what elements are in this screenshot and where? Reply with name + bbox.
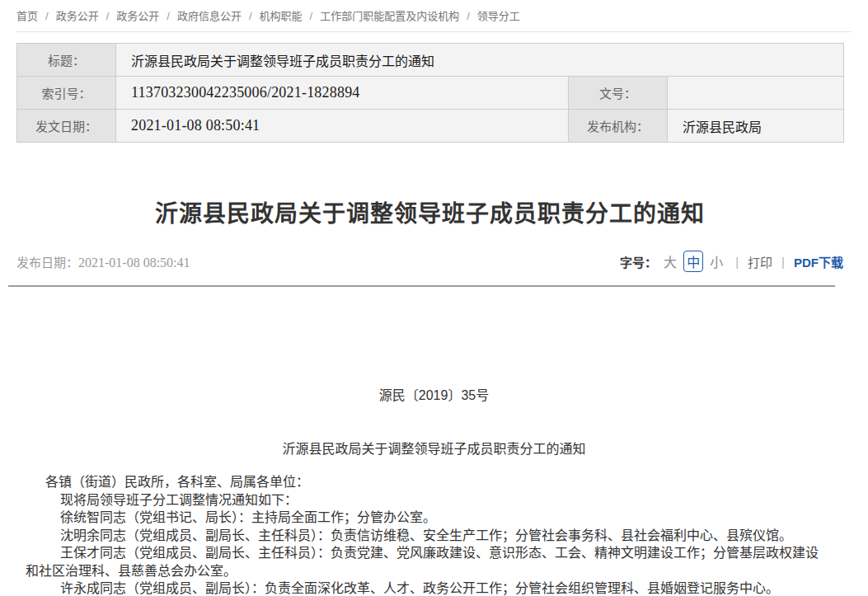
breadcrumb-separator: / [467,10,470,22]
font-size-label: 字号： [620,253,657,270]
document-meta-table: 标题： 沂源县民政局关于调整领导班子成员职责分工的通知 索引号： 1137032… [16,43,844,143]
print-button[interactable]: 打印 [748,253,772,270]
article-paragraph: 王保才同志（党组成员、副局长、主任科员）：负责党建、党风廉政建设、意识形态、工会… [26,544,819,580]
date-label: 发文日期： [17,110,116,143]
docnum-label: 文号： [569,77,668,110]
article-tools: 字号： 大 中 小 | 打印 | PDF下载 [620,251,843,272]
breadcrumb-item[interactable]: 领导分工 [477,10,520,22]
breadcrumb-separator: / [310,10,313,22]
date-value: 2021-01-08 08:50:41 [116,110,569,143]
publish-date: 发布日期：2021-01-08 08:50:41 [16,253,190,270]
index-value: 113703230042235006/2021-1828894 [116,77,569,110]
font-size-large-button[interactable]: 大 [664,251,677,271]
article-paragraph: 现将局领导班子分工调整情况通知如下： [26,491,819,509]
meta-row-date: 发文日期： 2021-01-08 08:50:41 发布机构： 沂源县民政局 [17,110,844,143]
agency-value: 沂源县民政局 [668,110,844,143]
breadcrumb-item[interactable]: 工作部门职能配置及内设机构 [320,10,459,22]
article-paragraph: 许永成同志（党组成员、副局长）：负责全面深化改革、人才、政务公开工作；分管社会组… [26,580,819,596]
publish-date-value: 2021-01-08 08:50:41 [78,256,190,270]
breadcrumb-separator: / [45,10,49,22]
breadcrumb-item[interactable]: 政务公开 [56,10,99,22]
title-label: 标题： [17,44,116,77]
article-toolbar: 发布日期：2021-01-08 08:50:41 字号： 大 中 小 | 打印 … [16,251,843,272]
article-body: 源民〔2019〕35号 沂源县民政局关于调整领导班子成员职责分工的通知 各镇（街… [26,387,842,596]
content-divider [8,285,835,287]
document-title: 沂源县民政局关于调整领导班子成员职责分工的通知 [26,440,842,458]
agency-label: 发布机构： [569,110,668,143]
breadcrumb-separator: / [106,10,110,22]
meta-row-index: 索引号： 113703230042235006/2021-1828894 文号： [17,77,844,110]
breadcrumb-separator: / [249,10,252,22]
docnum-value [668,77,844,110]
meta-row-title: 标题： 沂源县民政局关于调整领导班子成员职责分工的通知 [17,44,844,77]
toolbar-separator: | [735,255,739,269]
title-value: 沂源县民政局关于调整领导班子成员职责分工的通知 [116,44,844,77]
breadcrumb-item[interactable]: 机构职能 [260,10,303,22]
breadcrumb-item[interactable]: 政务公开 [116,10,159,22]
font-size-small-button[interactable]: 小 [710,251,723,271]
article-paragraph: 徐统智同志（党组书记、局长）：主持局全面工作；分管办公室。 [26,509,819,527]
page-title: 沂源县民政局关于调整领导班子成员职责分工的通知 [16,195,843,228]
breadcrumb: 首页/政务公开/政务公开/政府信息公开/机构职能/工作部门职能配置及内设机构/领… [16,0,852,32]
article-paragraphs: 各镇（街道）民政所，各科室、局属各单位：现将局领导班子分工调整情况通知如下：徐统… [26,473,819,596]
breadcrumb-item[interactable]: 政府信息公开 [177,10,242,22]
index-label: 索引号： [17,77,116,110]
font-size-medium-button[interactable]: 中 [683,251,703,272]
article-paragraph: 各镇（街道）民政所，各科室、局属各单位： [26,473,819,491]
breadcrumb-separator: / [167,10,170,22]
breadcrumb-item[interactable]: 首页 [16,10,38,22]
pdf-download-button[interactable]: PDF下载 [794,253,843,270]
article-paragraph: 沈明余同志（党组成员、副局长、主任科员）：负责信访维稳、安全生产工作；分管社会事… [26,527,819,545]
toolbar-separator: | [781,255,785,269]
document-number: 源民〔2019〕35号 [26,387,842,405]
publish-date-label: 发布日期： [16,256,78,270]
